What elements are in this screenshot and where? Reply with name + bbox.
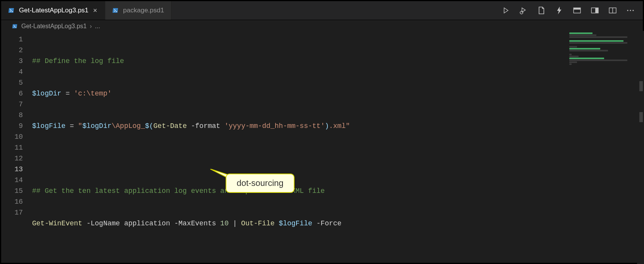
tab-active-label: Get-LatestAppLog3.ps1	[19, 7, 89, 14]
powershell-icon	[8, 7, 15, 14]
tab-inactive-label: package.psd1	[123, 7, 164, 14]
editor-actions	[493, 1, 643, 20]
powershell-icon	[12, 23, 18, 29]
minimap[interactable]	[569, 32, 635, 65]
line-number-gutter: 1 2 3 4 5 6 7 8 9 10 11 12 13 14 15 16 1…	[1, 32, 32, 263]
tab-close-icon[interactable]: ×	[92, 7, 98, 14]
annotation-callout: dot-sourcing	[226, 174, 295, 193]
bolt-icon[interactable]	[555, 6, 564, 15]
run-icon[interactable]	[501, 6, 510, 15]
tab-inactive-file[interactable]: package.psd1	[105, 1, 171, 20]
tab-bar: Get-LatestAppLog3.ps1 × package.psd1	[1, 1, 643, 20]
run-debug-icon[interactable]	[519, 6, 528, 15]
svg-point-0	[520, 11, 523, 14]
tab-spacer	[171, 1, 493, 20]
breadcrumb-file: Get-LatestAppLog3.ps1	[21, 23, 87, 30]
split-editor-icon[interactable]	[608, 6, 617, 15]
panel-icon[interactable]	[572, 6, 582, 15]
breadcrumb-tail: ...	[95, 23, 100, 30]
overview-ruler[interactable]	[637, 31, 644, 264]
breadcrumb-separator: ›	[90, 23, 92, 30]
svg-point-7	[627, 10, 628, 11]
powershell-icon	[112, 7, 119, 14]
breadcrumb[interactable]: Get-LatestAppLog3.ps1 › ...	[1, 20, 643, 32]
svg-rect-2	[574, 8, 581, 9]
document-icon[interactable]	[537, 6, 546, 15]
editor-area: 1 2 3 4 5 6 7 8 9 10 11 12 13 14 15 16 1…	[1, 32, 643, 263]
more-icon[interactable]	[626, 6, 635, 15]
svg-point-9	[632, 10, 634, 11]
svg-point-8	[630, 10, 631, 11]
code-editor[interactable]: ## Define the log file $logDir = 'c:\tem…	[32, 32, 643, 263]
callout-text: dot-sourcing	[236, 178, 283, 188]
split-right-icon[interactable]	[590, 6, 599, 15]
svg-rect-4	[595, 8, 598, 13]
tab-active-file[interactable]: Get-LatestAppLog3.ps1 ×	[1, 1, 105, 20]
